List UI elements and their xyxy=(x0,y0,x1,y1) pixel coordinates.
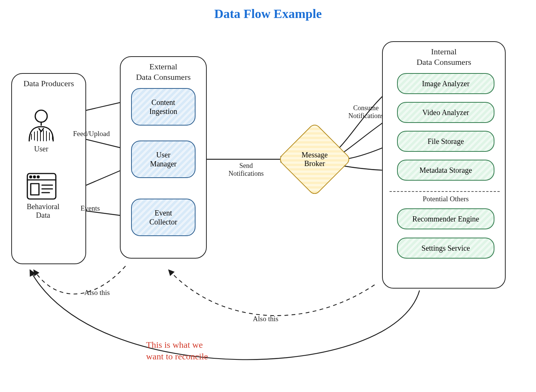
edge-label-consume-notifications: Consume Notifications xyxy=(348,104,384,120)
panel-title-external: External Data Consumers xyxy=(121,57,206,84)
user-caption: User xyxy=(19,145,64,153)
diagram-title: Data Flow Example xyxy=(0,7,536,21)
node-video-analyzer: Video Analyzer xyxy=(397,102,494,123)
node-settings-service: Settings Service xyxy=(397,238,494,259)
edge-label-events: Events xyxy=(81,204,100,212)
svg-point-0 xyxy=(35,110,47,122)
panel-data-producers: Data Producers xyxy=(11,73,86,264)
node-metadata-storage: Metadata Storage xyxy=(397,160,494,181)
panel-title-internal: Internal Data Consumers xyxy=(383,42,505,69)
behavioral-data-icon xyxy=(26,172,57,200)
edge-label-feed-upload: Feed/Upload xyxy=(73,130,110,138)
svg-point-3 xyxy=(30,176,32,178)
behavioral-data-caption: Behavioral Data xyxy=(17,202,69,220)
potential-others-title: Potential Others xyxy=(397,195,494,203)
internal-separator xyxy=(390,191,500,192)
svg-point-4 xyxy=(34,176,36,178)
node-content-ingestion: Content Ingestion xyxy=(131,88,196,126)
message-broker-label: Message Broker xyxy=(288,133,341,186)
node-image-analyzer: Image Analyzer xyxy=(397,73,494,94)
reconcile-annotation: This is what we want to reconcile xyxy=(146,339,208,362)
node-recommender-engine: Recommender Engine xyxy=(397,208,494,229)
edge-label-also-this-left: Also this xyxy=(84,289,110,297)
node-message-broker: Message Broker xyxy=(288,133,341,186)
edge-label-send-notifications: Send Notifications xyxy=(228,162,264,178)
user-icon xyxy=(26,108,56,142)
edge-label-also-this-mid: Also this xyxy=(253,315,278,323)
panel-title-producers: Data Producers xyxy=(12,74,85,90)
svg-rect-6 xyxy=(31,184,39,195)
node-user-manager: User Manager xyxy=(131,141,196,178)
node-file-storage: File Storage xyxy=(397,131,494,152)
svg-point-5 xyxy=(37,176,39,178)
node-event-collector: Event Collector xyxy=(131,199,196,236)
